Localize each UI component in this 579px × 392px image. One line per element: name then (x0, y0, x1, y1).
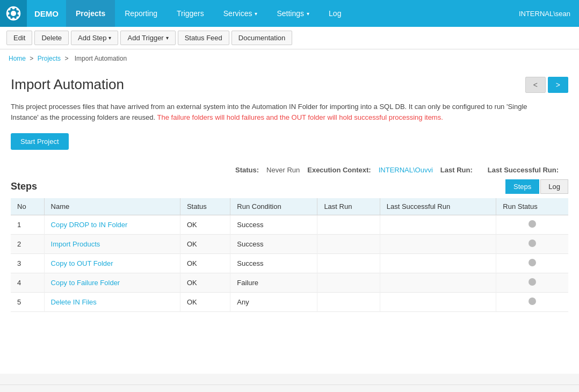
col-name: Name (44, 198, 180, 215)
table-row: 5 Delete IN Files OK Any (11, 293, 568, 312)
breadcrumb-sep2: > (64, 55, 70, 62)
last-successful-label: Last Successful Run: (488, 166, 559, 174)
step-link[interactable]: Copy to Failure Folder (51, 279, 120, 287)
cell-no: 3 (11, 254, 44, 273)
next-button[interactable]: > (548, 77, 568, 93)
svg-point-6 (9, 9, 11, 11)
documentation-button[interactable]: Documentation (231, 31, 292, 45)
cell-run-status (496, 273, 568, 293)
cell-status: OK (180, 273, 230, 293)
nav-item-reporting[interactable]: Reporting (115, 0, 167, 27)
page-title-row: Import Automation < > (11, 76, 568, 93)
table-header-row: No Name Status Run Condition Last Run La… (11, 198, 568, 215)
cell-run-status (496, 235, 568, 254)
settings-caret: ▾ (307, 11, 309, 17)
table-row: 1 Copy DROP to IN Folder OK Success (11, 215, 568, 235)
top-navigation: DEMO Projects Reporting Triggers Service… (0, 0, 579, 27)
run-status-dot (529, 259, 536, 266)
svg-point-1 (11, 11, 16, 16)
last-run-label: Last Run: (440, 166, 473, 174)
svg-point-2 (12, 7, 15, 10)
col-status: Status (180, 198, 230, 215)
cell-status: OK (180, 293, 230, 312)
cell-no: 4 (11, 273, 44, 293)
nav-item-services[interactable]: Services▾ (214, 0, 267, 27)
cell-name: Copy to OUT Folder (44, 254, 180, 273)
add-step-button[interactable]: Add Step▾ (71, 31, 119, 45)
table-row: 4 Copy to Failure Folder OK Failure (11, 273, 568, 293)
breadcrumb: Home > Projects > Import Automation (0, 49, 579, 68)
svg-point-9 (17, 17, 19, 19)
run-status-dot (529, 239, 536, 247)
status-value: Never Run (266, 166, 300, 174)
svg-point-8 (9, 17, 11, 19)
cell-last-run (317, 293, 380, 312)
description-highlight: The failure folders will hold failures a… (157, 113, 443, 121)
cell-no: 5 (11, 293, 44, 312)
breadcrumb-home[interactable]: Home (9, 55, 26, 62)
svg-point-3 (12, 18, 15, 20)
cell-last-successful-run (380, 215, 496, 235)
run-status-dot (529, 278, 536, 286)
nav-item-triggers[interactable]: Triggers (167, 0, 214, 27)
cell-name: Copy to Failure Folder (44, 273, 180, 293)
execution-value: INTERNAL\Ouvvi (379, 166, 433, 174)
start-project-button[interactable]: Start Project (11, 133, 69, 150)
add-trigger-caret: ▾ (166, 35, 169, 41)
cell-status: OK (180, 215, 230, 235)
cell-last-run (317, 235, 380, 254)
cell-status: OK (180, 254, 230, 273)
app-logo (0, 0, 27, 27)
nav-arrows: < > (525, 77, 568, 93)
execution-label: Execution Context: (307, 166, 371, 174)
add-trigger-button[interactable]: Add Trigger▾ (120, 31, 175, 45)
run-status-dot (529, 220, 536, 228)
add-step-caret: ▾ (108, 35, 111, 41)
cell-last-run (317, 254, 380, 273)
step-link[interactable]: Copy DROP to IN Folder (51, 221, 128, 229)
cell-run-condition: Failure (230, 273, 317, 293)
app-demo-label: DEMO (27, 9, 66, 18)
steps-table: No Name Status Run Condition Last Run La… (11, 198, 568, 312)
page-description: This project processes files that have a… (11, 101, 537, 122)
run-status-dot (529, 297, 536, 305)
cell-run-condition: Success (230, 235, 317, 254)
nav-item-log[interactable]: Log (319, 0, 351, 27)
status-feed-button[interactable]: Status Feed (178, 31, 229, 45)
step-link[interactable]: Delete IN Files (51, 298, 97, 306)
cell-run-status (496, 254, 568, 273)
table-row: 2 Import Products OK Success (11, 235, 568, 254)
cell-name: Copy DROP to IN Folder (44, 215, 180, 235)
services-caret: ▾ (255, 11, 257, 17)
main-content: Import Automation < > This project proce… (0, 68, 579, 374)
steps-title: Steps (11, 181, 37, 192)
cell-run-condition: Success (230, 254, 317, 273)
cell-run-condition: Any (230, 293, 317, 312)
cell-last-successful-run (380, 293, 496, 312)
step-link[interactable]: Import Products (51, 240, 100, 248)
edit-button[interactable]: Edit (6, 31, 32, 45)
col-last-successful-run: Last Successful Run (380, 198, 496, 215)
col-run-condition: Run Condition (230, 198, 317, 215)
delete-button[interactable]: Delete (34, 31, 69, 45)
tab-steps[interactable]: Steps (505, 179, 539, 194)
prev-button[interactable]: < (525, 77, 546, 93)
col-run-status: Run Status (496, 198, 568, 215)
breadcrumb-projects[interactable]: Projects (38, 55, 61, 62)
page-title: Import Automation (11, 76, 124, 93)
tab-log[interactable]: Log (540, 179, 568, 194)
cell-last-run (317, 215, 380, 235)
cell-last-successful-run (380, 235, 496, 254)
nav-item-projects[interactable]: Projects (66, 0, 115, 27)
col-no: No (11, 198, 44, 215)
footer: © COPYRIGHT SIMEGO 2009-2017 - Ouvvi v3.… (0, 384, 579, 392)
steps-tabs: Steps Log (505, 179, 568, 194)
cell-last-successful-run (380, 254, 496, 273)
nav-item-settings[interactable]: Settings▾ (267, 0, 319, 27)
cell-run-condition: Success (230, 215, 317, 235)
cell-status: OK (180, 235, 230, 254)
svg-point-7 (17, 9, 19, 11)
cell-no: 2 (11, 235, 44, 254)
step-link[interactable]: Copy to OUT Folder (51, 259, 113, 267)
cell-name: Import Products (44, 235, 180, 254)
